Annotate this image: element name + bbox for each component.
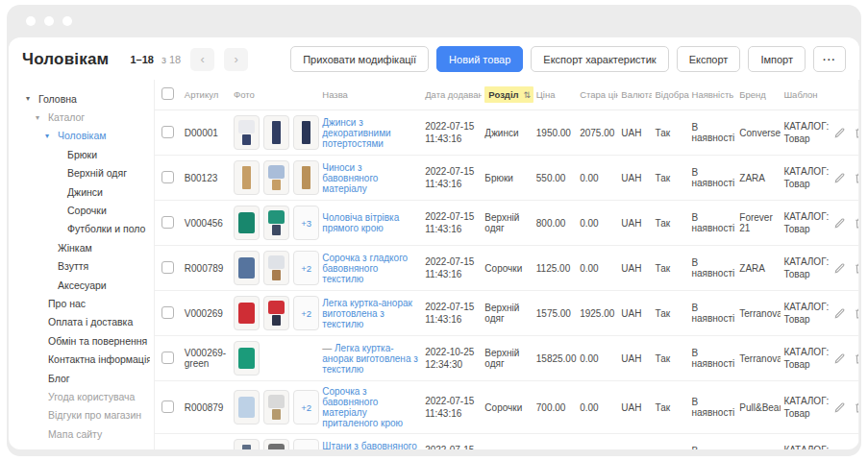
more-photos-badge[interactable]: +2	[293, 390, 319, 425]
old-price-cell: 750.00	[577, 434, 618, 450]
date-cell: 2022-07-1511:43:16	[422, 434, 482, 450]
product-photo[interactable]	[263, 115, 289, 150]
product-name-link[interactable]: Легка куртка-анорак виготовлена з тексти…	[322, 298, 412, 329]
product-name-link[interactable]: Легка куртка-анорак виготовлена з тексти…	[322, 343, 418, 375]
more-actions-button[interactable]: ···	[813, 46, 846, 72]
export-button[interactable]: Експорт	[677, 46, 741, 72]
edit-icon[interactable]	[833, 352, 846, 365]
window-close-dot[interactable]	[26, 16, 36, 26]
edit-icon[interactable]	[833, 172, 846, 184]
delete-icon[interactable]	[854, 172, 858, 184]
edit-icon[interactable]	[833, 262, 846, 275]
select-all-checkbox[interactable]	[161, 87, 174, 100]
product-photo[interactable]	[293, 160, 319, 195]
sidebar-item-0[interactable]: ▾Головна	[18, 89, 150, 108]
photo-cell: +2	[234, 439, 316, 449]
sidebar-item-5[interactable]: ▾Джинси	[18, 182, 150, 201]
availability-cell: В наявності	[689, 291, 737, 336]
product-photo[interactable]	[293, 115, 319, 150]
row-checkbox[interactable]	[161, 216, 174, 229]
more-photos-badge[interactable]: +2	[293, 296, 319, 330]
sidebar-item-8[interactable]: ▾Жінкам	[18, 238, 150, 256]
sidebar-item-14[interactable]: ▾Контактна інформація	[18, 350, 150, 368]
sidebar-item-17[interactable]: ▾Відгуки про магазин	[18, 406, 150, 425]
row-checkbox[interactable]	[161, 171, 174, 183]
product-name-link[interactable]: Сорочка з гладкого бавовняного текстилю	[322, 253, 408, 284]
sidebar-item-label: Аксесуари	[58, 279, 107, 291]
delete-icon[interactable]	[854, 262, 858, 275]
more-photos-badge[interactable]: +3	[293, 206, 319, 240]
product-photo[interactable]	[263, 251, 289, 285]
hide-modifications-button[interactable]: Приховати модифікації	[290, 46, 429, 72]
product-photo[interactable]	[234, 296, 260, 330]
sidebar-item-10[interactable]: ▾Аксесуари	[18, 276, 150, 294]
sidebar-item-11[interactable]: ▾Про нас	[18, 294, 150, 312]
product-name-link[interactable]: Джинси з декоративними потертостями	[322, 117, 390, 149]
sidebar-item-13[interactable]: ▾Обмін та повернення	[18, 331, 150, 350]
product-photo[interactable]	[263, 439, 289, 449]
import-button[interactable]: Імпорт	[748, 46, 806, 72]
row-checkbox[interactable]	[161, 261, 174, 274]
row-checkbox[interactable]	[161, 306, 174, 319]
product-photo[interactable]	[234, 251, 260, 285]
product-name-link[interactable]: Сорочка з бавовняного матеріалу притален…	[322, 386, 403, 428]
product-photo[interactable]	[234, 160, 260, 195]
more-photos-badge[interactable]: +2	[293, 251, 319, 285]
sidebar-item-3[interactable]: ▾Брюки	[18, 145, 150, 163]
sort-icon[interactable]: ⇅	[524, 90, 532, 100]
product-photo[interactable]	[234, 206, 260, 240]
sidebar-item-12[interactable]: ▾Оплата і доставка	[18, 313, 150, 331]
next-page-button[interactable]: ›	[224, 48, 248, 71]
edit-icon[interactable]	[833, 401, 846, 414]
row-checkbox[interactable]	[161, 449, 174, 450]
more-photos-badge[interactable]: +2	[293, 439, 319, 449]
chevron-down-icon[interactable]: ▾	[26, 94, 38, 103]
edit-icon[interactable]	[833, 217, 846, 230]
product-photo[interactable]	[234, 439, 260, 449]
sidebar-item-9[interactable]: ▾Взуття	[18, 257, 150, 276]
sidebar-item-16[interactable]: ▾Угода користувача	[18, 387, 150, 405]
sidebar-item-7[interactable]: ▾Футболки и поло	[18, 220, 150, 238]
product-photo[interactable]	[263, 206, 289, 240]
delete-icon[interactable]	[854, 217, 858, 230]
display-cell: Так	[652, 246, 688, 291]
sidebar-item-6[interactable]: ▾Сорочки	[18, 201, 150, 219]
delete-icon[interactable]	[854, 401, 858, 414]
row-checkbox[interactable]	[161, 352, 174, 364]
column-header[interactable]: Розділ⇅	[482, 80, 533, 110]
sidebar-item-15[interactable]: ▾Блог	[18, 369, 150, 387]
product-photo[interactable]	[263, 160, 289, 195]
new-product-button[interactable]: Новий товар	[436, 46, 523, 72]
display-cell: Так	[652, 291, 688, 336]
delete-icon[interactable]	[854, 352, 858, 365]
sidebar-item-1[interactable]: ▾Каталог	[18, 108, 150, 126]
sidebar-item-4[interactable]: ▾Верхній одяг	[18, 164, 150, 182]
chevron-down-icon[interactable]: ▾	[45, 132, 58, 140]
chevron-down-icon[interactable]: ▾	[36, 113, 48, 122]
window-minimize-dot[interactable]	[44, 16, 54, 26]
product-photo[interactable]	[234, 115, 260, 150]
row-checkbox[interactable]	[161, 126, 174, 138]
edit-icon[interactable]	[833, 127, 846, 139]
article-cell: R000879	[182, 381, 231, 434]
availability-cell: В наявності	[689, 336, 737, 381]
product-name-link[interactable]: Штани з бавовняного матеріалу прямого кр…	[322, 441, 417, 450]
product-photo[interactable]	[263, 296, 289, 330]
currency-cell: UAH	[618, 381, 652, 434]
delete-icon[interactable]	[854, 307, 858, 320]
window-maximize-dot[interactable]	[62, 16, 72, 26]
product-photo[interactable]	[234, 390, 260, 425]
old-price-cell: 0.00	[577, 246, 618, 291]
product-photo[interactable]	[263, 390, 289, 425]
edit-icon[interactable]	[833, 307, 846, 320]
product-name-link[interactable]: Чоловіча вітрівка прямого крою	[322, 212, 399, 233]
article-cell: R000789	[182, 246, 231, 291]
row-checkbox[interactable]	[161, 400, 174, 413]
product-name-link[interactable]: Чиноси з бавовняного матеріалу	[322, 162, 378, 194]
product-photo[interactable]	[234, 341, 260, 376]
export-characteristics-button[interactable]: Експорт характеристик	[531, 46, 668, 72]
sidebar-item-2[interactable]: ▾Чоловікам	[18, 127, 150, 145]
prev-page-button[interactable]: ‹	[190, 48, 214, 71]
sidebar-item-18[interactable]: ▾Мапа сайту	[18, 425, 150, 443]
delete-icon[interactable]	[854, 127, 858, 139]
